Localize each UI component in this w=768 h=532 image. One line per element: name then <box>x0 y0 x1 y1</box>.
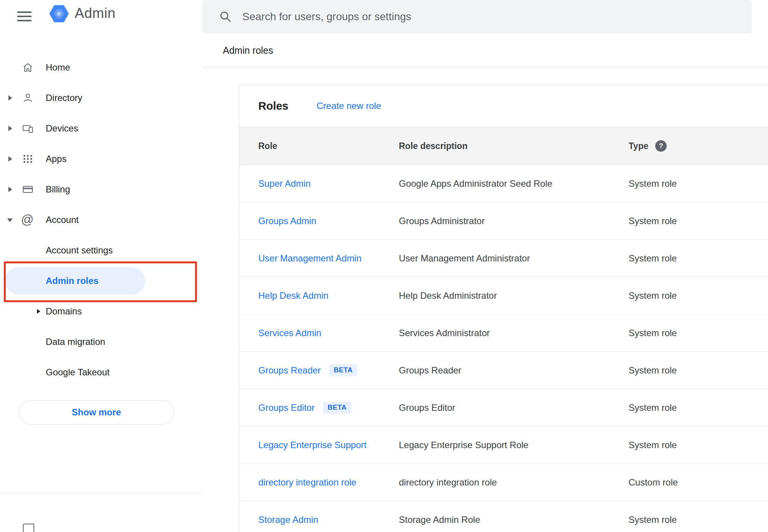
role-link[interactable]: Groups Reader <box>258 365 321 376</box>
chevron-down-icon[interactable] <box>7 218 13 222</box>
role-link[interactable]: Legacy Enterprise Support <box>258 440 366 450</box>
role-description: Google Apps Administrator Seed Role <box>399 178 629 189</box>
app-title: Admin <box>75 5 115 21</box>
chevron-right-icon[interactable] <box>8 126 12 131</box>
role-link[interactable]: Groups Editor <box>258 402 315 413</box>
table-row: Services Admin Services Administrator Sy… <box>239 314 768 352</box>
role-link[interactable]: Services Admin <box>258 328 321 338</box>
role-type: System role <box>629 216 768 226</box>
person-icon <box>22 92 34 104</box>
role-type: System role <box>629 440 768 450</box>
role-type: System role <box>629 328 768 338</box>
table-row: Help Desk Admin Help Desk Administrator … <box>239 277 768 314</box>
role-description: Groups Administrator <box>399 216 629 226</box>
role-type: System role <box>629 402 768 413</box>
table-row: Groups Reader BETA Groups Reader System … <box>239 352 768 389</box>
sidebar-item-google-takeout[interactable]: Google Takeout <box>0 357 202 388</box>
search-icon <box>219 10 232 23</box>
sidebar-item-account[interactable]: @ Account <box>0 205 202 235</box>
role-description: Groups Reader <box>399 365 629 376</box>
sidebar-item-devices[interactable]: Devices <box>0 113 202 144</box>
role-type: System role <box>629 253 768 264</box>
role-description: Storage Admin Role <box>399 514 629 525</box>
chevron-right-icon[interactable] <box>37 309 40 314</box>
sidebar-item-label: Google Takeout <box>46 357 110 388</box>
table-header-row: Role Role description Type ? <box>239 127 768 165</box>
role-link[interactable]: Super Admin <box>258 178 310 189</box>
sidebar-item-apps[interactable]: Apps <box>0 144 202 174</box>
chevron-right-icon[interactable] <box>8 187 12 192</box>
column-header-role: Role <box>258 141 399 151</box>
table-row: directory integration role directory int… <box>239 464 768 501</box>
role-description: directory integration role <box>399 477 629 488</box>
sidebar-footer-divider <box>0 493 202 494</box>
role-type: System role <box>629 178 768 189</box>
role-link[interactable]: Storage Admin <box>258 514 318 525</box>
sidebar-item-billing[interactable]: Billing <box>0 174 202 205</box>
devices-icon <box>22 123 34 134</box>
role-link[interactable]: User Management Admin <box>258 253 362 264</box>
sidebar: Admin Home Directory Devices <box>0 0 202 532</box>
role-type: System role <box>629 290 768 301</box>
sidebar-item-label: Account <box>46 205 79 235</box>
role-link[interactable]: directory integration role <box>258 477 356 488</box>
account-at-icon: @ <box>21 212 34 227</box>
table-row: Storage Admin Storage Admin Role System … <box>239 501 768 532</box>
sidebar-item-label: Devices <box>46 113 78 144</box>
role-type: System role <box>629 365 768 376</box>
role-description: Services Administrator <box>399 328 629 338</box>
admin-logo-icon <box>49 5 69 23</box>
sidebar-item-home[interactable]: Home <box>0 52 202 83</box>
sidebar-item-label: Domains <box>46 296 82 327</box>
sidebar-item-label: Billing <box>46 174 70 205</box>
table-row: Groups Admin Groups Administrator System… <box>239 202 768 240</box>
page-title: Roles <box>258 100 288 112</box>
sidebar-item-data-migration[interactable]: Data migration <box>0 327 202 357</box>
sidebar-item-directory[interactable]: Directory <box>0 83 202 113</box>
role-type: System role <box>629 514 768 525</box>
menu-icon[interactable] <box>17 11 32 22</box>
roles-card: Roles Create new role Role Role descript… <box>239 85 768 532</box>
sidebar-item-admin-roles[interactable]: Admin roles <box>5 267 145 295</box>
sidebar-item-label: Admin roles <box>46 267 99 295</box>
column-header-description: Role description <box>399 141 629 151</box>
sidebar-item-label: Data migration <box>46 327 105 357</box>
role-link[interactable]: Help Desk Admin <box>258 290 328 301</box>
apps-grid-icon <box>22 153 34 165</box>
breadcrumb: Admin roles <box>223 45 273 56</box>
role-description: Groups Editor <box>399 402 629 413</box>
sidebar-item-label: Home <box>46 52 70 83</box>
header-divider <box>202 67 768 67</box>
sidebar-footer-icon[interactable] <box>23 524 34 532</box>
table-row: Legacy Enterprise Support Legacy Enterpr… <box>239 426 768 464</box>
sidebar-item-label: Directory <box>46 83 82 113</box>
chevron-right-icon[interactable] <box>8 95 12 101</box>
chevron-right-icon[interactable] <box>8 156 12 162</box>
search-input[interactable] <box>242 0 738 34</box>
sidebar-item-account-settings[interactable]: Account settings <box>0 235 202 266</box>
role-description: Legacy Enterprise Support Role <box>399 440 629 450</box>
role-description: Help Desk Administrator <box>399 290 629 301</box>
sidebar-item-label: Account settings <box>46 235 113 266</box>
table-row: Super Admin Google Apps Administrator Se… <box>239 165 768 202</box>
show-more-button[interactable]: Show more <box>19 400 174 425</box>
role-type: Custom role <box>629 477 768 488</box>
beta-badge: BETA <box>323 402 351 413</box>
create-new-role-link[interactable]: Create new role <box>317 101 381 111</box>
role-description: User Management Administrator <box>399 253 629 264</box>
sidebar-item-domains[interactable]: Domains <box>0 296 202 327</box>
table-row: User Management Admin User Management Ad… <box>239 240 768 277</box>
role-link[interactable]: Groups Admin <box>258 216 316 226</box>
billing-card-icon <box>22 184 34 195</box>
help-icon[interactable]: ? <box>655 140 667 152</box>
home-icon <box>22 62 34 73</box>
sidebar-item-label: Apps <box>46 144 67 174</box>
column-header-type: Type ? <box>629 140 768 152</box>
search-bar[interactable] <box>202 0 752 34</box>
table-row: Groups Editor BETA Groups Editor System … <box>239 389 768 426</box>
beta-badge: BETA <box>329 364 357 376</box>
